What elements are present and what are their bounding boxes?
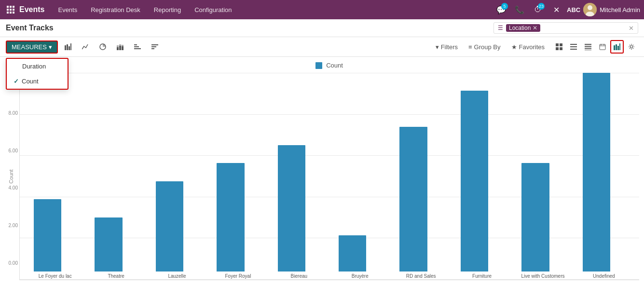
svg-rect-21 xyxy=(122,46,123,50)
bar-group-0: Le Foyer du lac xyxy=(25,73,85,280)
svg-rect-40 xyxy=(600,44,605,50)
svg-rect-23 xyxy=(134,48,141,49)
svg-rect-39 xyxy=(585,50,591,50)
svg-rect-31 xyxy=(556,47,559,50)
search-bar: ☰ Location ✕ ✕ xyxy=(493,22,638,34)
bar-group-7: Furniture xyxy=(452,73,512,280)
svg-rect-34 xyxy=(570,46,577,47)
svg-rect-0 xyxy=(7,6,9,8)
phone-icon[interactable]: 📞 xyxy=(512,2,527,17)
svg-rect-18 xyxy=(117,45,119,47)
legend-label: Count xyxy=(326,62,343,69)
svg-rect-29 xyxy=(556,43,559,46)
groupby-button[interactable]: ≡ Group By xyxy=(464,41,506,53)
svg-rect-47 xyxy=(619,43,620,50)
filter-group: ▾ Filters ≡ Group By ★ Favorites xyxy=(431,41,549,53)
search-close-icon[interactable]: ✕ xyxy=(629,25,634,32)
bar-3 xyxy=(217,163,245,271)
bar-8 xyxy=(521,163,549,271)
filters-button[interactable]: ▾ Filters xyxy=(431,41,463,53)
bar-label-4: Biereau xyxy=(291,273,307,280)
svg-rect-33 xyxy=(570,44,577,45)
bar-chart-icon[interactable] xyxy=(61,40,75,54)
bar-label-7: Furniture xyxy=(472,273,492,280)
favorites-button[interactable]: ★ Favorites xyxy=(507,41,549,53)
svg-rect-13 xyxy=(67,44,68,50)
nav-configuration[interactable]: Configuration xyxy=(189,4,237,15)
svg-rect-35 xyxy=(570,49,577,50)
svg-rect-25 xyxy=(134,44,137,45)
chat-badge: 5 xyxy=(501,3,508,10)
timer-icon[interactable]: ⏱ 23 xyxy=(530,2,546,17)
bar-group-8: Live with Customers xyxy=(512,73,573,280)
nav-reporting[interactable]: Reporting xyxy=(148,4,187,15)
settings-view-btn[interactable] xyxy=(625,40,638,54)
y-label-4: 8.00 xyxy=(1,110,18,116)
bar-label-8: Live with Customers xyxy=(521,273,564,280)
chart-inner: Count 10.00 8.00 6.00 4.00 2.00 0.00 Le xyxy=(19,73,639,280)
svg-point-48 xyxy=(630,46,633,48)
svg-rect-15 xyxy=(70,43,71,50)
svg-rect-46 xyxy=(617,46,619,50)
filters-label: Filters xyxy=(441,43,458,51)
toolbar: MEASURES ▾ xyxy=(0,37,644,57)
bars-container: Le Foyer du lacTheatreLauzelleFoyer Roya… xyxy=(20,73,639,280)
bar-1 xyxy=(95,217,123,271)
bar-label-6: RD and Sales xyxy=(406,273,436,280)
star-icon: ★ xyxy=(511,43,517,51)
graph-view-btn[interactable] xyxy=(610,40,624,54)
chat-icon[interactable]: 💬 5 xyxy=(493,2,509,17)
calendar-view-btn[interactable] xyxy=(596,40,609,54)
svg-point-10 xyxy=(588,5,592,10)
bar-label-0: Le Foyer du lac xyxy=(39,273,72,280)
measures-count-item[interactable]: Count xyxy=(7,74,68,89)
stacked-bar-icon[interactable] xyxy=(113,40,127,54)
nav-events[interactable]: Events xyxy=(52,4,83,15)
y-label-3: 6.00 xyxy=(1,148,18,153)
svg-rect-3 xyxy=(7,9,9,11)
svg-rect-7 xyxy=(10,12,12,14)
svg-rect-20 xyxy=(119,44,121,46)
bar-0 xyxy=(34,199,62,271)
svg-rect-30 xyxy=(560,43,562,46)
svg-rect-8 xyxy=(13,12,14,14)
search-input[interactable] xyxy=(543,25,626,32)
groupby-icon: ≡ xyxy=(468,43,472,51)
close-icon[interactable]: ✕ xyxy=(548,2,564,17)
nav-registration-desk[interactable]: Registration Desk xyxy=(85,4,146,15)
sort-asc-icon[interactable] xyxy=(130,40,145,54)
filter-icon: ▾ xyxy=(436,43,439,51)
abc-label: ABC xyxy=(567,6,580,14)
sort-desc-icon[interactable] xyxy=(148,40,162,54)
bar-group-9: Undefined xyxy=(574,73,634,280)
bar-group-4: Biereau xyxy=(269,73,329,280)
bar-label-1: Theatre xyxy=(108,273,124,280)
measures-button[interactable]: MEASURES ▾ xyxy=(6,41,58,54)
bar-label-3: Foyer Royal xyxy=(225,273,251,280)
bar-label-9: Undefined xyxy=(593,273,615,280)
bars-wrapper: Le Foyer du lacTheatreLauzelleFoyer Roya… xyxy=(19,73,639,280)
bar-4 xyxy=(278,145,306,271)
line-chart-icon[interactable] xyxy=(78,40,93,54)
groupby-label: Group By xyxy=(474,43,501,51)
grid-icon[interactable] xyxy=(4,3,17,16)
list-detail-view-btn[interactable] xyxy=(581,40,595,54)
svg-rect-17 xyxy=(117,47,119,50)
svg-rect-38 xyxy=(585,48,591,49)
avatar[interactable] xyxy=(583,3,597,16)
svg-rect-44 xyxy=(614,45,615,50)
measures-duration-item[interactable]: Duration xyxy=(7,59,68,74)
y-label-1: 2.00 xyxy=(1,223,18,228)
svg-rect-36 xyxy=(585,44,591,45)
app-name: Events xyxy=(19,5,44,14)
bar-2 xyxy=(156,181,184,271)
svg-rect-32 xyxy=(560,47,562,50)
kanban-view-btn[interactable] xyxy=(552,40,566,54)
bar-9 xyxy=(583,73,611,271)
pie-chart-icon[interactable] xyxy=(96,40,110,54)
list-view-btn[interactable] xyxy=(567,40,580,54)
search-bar-grid-icon: ☰ xyxy=(498,25,503,31)
measures-chevron-icon: ▾ xyxy=(49,43,52,51)
bar-group-5: Bruyère xyxy=(329,73,390,280)
location-tag-remove[interactable]: ✕ xyxy=(533,25,537,31)
